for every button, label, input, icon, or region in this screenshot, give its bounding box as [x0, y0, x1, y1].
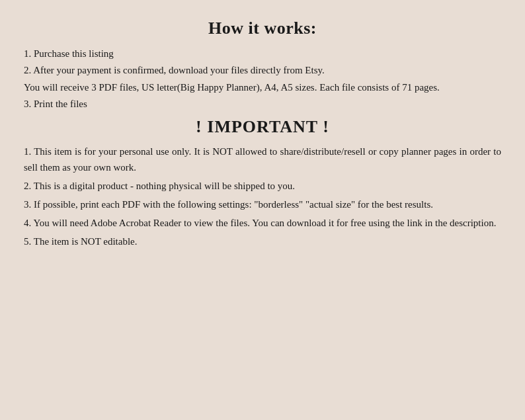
step-2: 2. After your payment is confirmed, down… — [24, 63, 501, 78]
how-it-works-section: 1. Purchase this listing 2. After your p… — [24, 46, 501, 112]
important-item-2: 2. This is a digital product - nothing p… — [24, 178, 501, 194]
important-item-5: 5. The item is NOT editable. — [24, 233, 501, 249]
step-4: 3. Print the files — [24, 97, 501, 112]
step-1: 1. Purchase this listing — [24, 46, 501, 62]
main-container: How it works: 1. Purchase this listing 2… — [0, 0, 525, 420]
important-section: 1. This item is for your personal use on… — [24, 144, 501, 249]
important-title: ! IMPORTANT ! — [24, 117, 501, 137]
important-item-3: 3. If possible, print each PDF with the … — [24, 196, 501, 212]
important-item-4: 4. You will need Adobe Acrobat Reader to… — [24, 215, 501, 231]
page-title: How it works: — [24, 19, 501, 38]
step-3-info: You will receive 3 PDF files, US letter(… — [24, 80, 501, 95]
important-item-1: 1. This item is for your personal use on… — [24, 144, 501, 175]
